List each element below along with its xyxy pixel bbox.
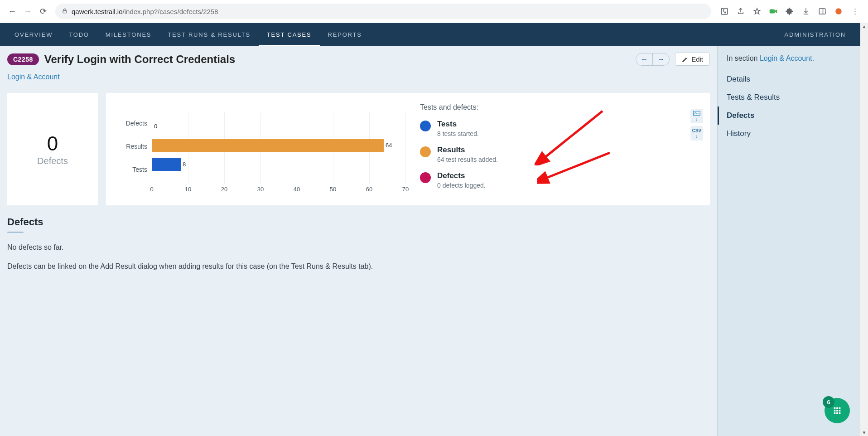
legend-item: Results64 test results added. — [420, 145, 690, 163]
reload-button[interactable]: ⟳ — [35, 4, 51, 19]
chart-bar — [152, 120, 152, 133]
legend-title-text: Results — [437, 145, 498, 155]
sidebar-item-details[interactable]: Details — [718, 70, 860, 88]
chart-xtick: 20 — [221, 186, 227, 193]
legend-title: Tests and defects: — [420, 103, 690, 111]
bar-chart: DefectsResultsTests 0102030405060700648 — [111, 102, 410, 199]
scroll-down-icon: ▼ — [862, 429, 867, 436]
url-host: qawerk.testrail.io — [72, 8, 123, 15]
page-header: C2258 Verify Login with Correct Credenti… — [0, 46, 717, 70]
case-id-badge: C2258 — [7, 53, 39, 65]
menu-icon[interactable]: ⋮ — [850, 6, 860, 16]
chart-bar-value: 0 — [154, 123, 157, 130]
tab-reports[interactable]: REPORTS — [320, 23, 370, 46]
svg-rect-13 — [836, 410, 838, 412]
back-button[interactable]: ← — [5, 4, 20, 19]
sidebar-header: In section Login & Account. — [718, 46, 860, 70]
svg-rect-1 — [721, 8, 728, 15]
svg-rect-10 — [836, 407, 838, 409]
grid-icon — [832, 406, 842, 416]
edit-label: Edit — [691, 55, 703, 63]
defect-count-card: 0 Defects — [7, 93, 98, 205]
chart-xtick: 50 — [330, 186, 336, 193]
extensions-icon[interactable] — [785, 6, 795, 16]
share-icon[interactable] — [736, 6, 746, 16]
extension-orange-icon[interactable] — [834, 6, 844, 16]
svg-rect-3 — [819, 9, 825, 14]
chart-xtick: 70 — [402, 186, 409, 193]
tab-milestones[interactable]: MILESTONES — [97, 23, 160, 46]
next-case-button[interactable]: → — [652, 53, 669, 65]
lock-icon — [62, 8, 68, 15]
defect-count-value: 0 — [47, 132, 58, 155]
pencil-icon — [682, 56, 688, 63]
defect-count-label: Defects — [37, 156, 68, 166]
chart-card: DefectsResultsTests 0102030405060700648 … — [106, 93, 710, 205]
svg-rect-16 — [836, 412, 838, 414]
address-bar[interactable]: qawerk.testrail.io /index.php?/cases/def… — [55, 4, 711, 19]
url-path: /index.php?/cases/defects/2258 — [123, 8, 218, 15]
heading-underline — [7, 232, 24, 233]
legend-subtext: 8 tests started. — [437, 130, 479, 137]
chart-xtick: 40 — [294, 186, 300, 193]
svg-point-5 — [835, 8, 842, 15]
sidebar-item-tests-results[interactable]: Tests & Results — [718, 88, 860, 107]
tab-administration[interactable]: ADMINISTRATION — [776, 23, 854, 46]
tab-todo[interactable]: TODO — [61, 23, 97, 46]
tab-overview[interactable]: OVERVIEW — [6, 23, 61, 46]
defects-help-msg: Defects can be linked on the Add Result … — [7, 261, 710, 272]
case-nav-arrows: ← → — [636, 53, 670, 66]
sidebar-item-history[interactable]: History — [718, 125, 860, 143]
star-icon[interactable] — [752, 6, 762, 16]
download-chart-image-button[interactable]: ↓ — [690, 109, 703, 123]
chart-category-label: Results — [111, 137, 152, 156]
breadcrumb: Login & Account — [0, 70, 717, 93]
browser-actions: ⋮ — [716, 6, 863, 16]
legend-swatch — [420, 172, 431, 183]
downloads-icon[interactable] — [801, 6, 811, 16]
app-top-nav: OVERVIEW TODO MILESTONES TEST RUNS & RES… — [0, 23, 860, 46]
legend-swatch — [420, 121, 431, 131]
edit-button[interactable]: Edit — [675, 53, 710, 66]
scroll-up-icon: ▲ — [862, 23, 867, 30]
chart-xtick: 30 — [257, 186, 264, 193]
chart-bar — [152, 158, 181, 171]
translate-icon[interactable] — [719, 6, 729, 16]
browser-toolbar: ← → ⟳ qawerk.testrail.io /index.php?/cas… — [0, 0, 868, 23]
legend-subtext: 0 defects logged. — [437, 182, 486, 189]
legend-subtext: 64 test results added. — [437, 156, 498, 163]
floating-action-button[interactable]: 6 — [825, 398, 850, 423]
svg-rect-14 — [839, 410, 841, 412]
tab-test-runs[interactable]: TEST RUNS & RESULTS — [159, 23, 259, 46]
sidebar-item-defects[interactable]: Defects — [718, 107, 860, 125]
legend-item: Tests8 tests started. — [420, 120, 690, 137]
svg-rect-11 — [839, 407, 841, 409]
extension-video-icon[interactable] — [768, 6, 778, 16]
legend-title-text: Tests — [437, 120, 479, 129]
in-section-label: In section — [727, 54, 760, 62]
svg-rect-9 — [834, 407, 836, 409]
defects-section: Defects No defects so far. Defects can b… — [0, 205, 717, 272]
vertical-scrollbar[interactable]: ▲ ▼ — [860, 23, 868, 436]
tab-test-cases[interactable]: TEST CASES — [259, 23, 320, 46]
download-chart-csv-button[interactable]: CSV ↓ — [690, 126, 703, 140]
svg-rect-0 — [63, 10, 67, 13]
sidebar-section-link[interactable]: Login & Account — [760, 54, 812, 62]
case-title: Verify Login with Correct Credentials — [44, 53, 235, 66]
forward-button[interactable]: → — [20, 4, 35, 19]
chart-bar-value: 8 — [183, 161, 186, 168]
defects-empty-msg: No defects so far. — [7, 242, 710, 253]
chart-xtick: 0 — [150, 186, 153, 193]
csv-label: CSV — [692, 128, 702, 133]
image-icon — [693, 111, 700, 116]
svg-rect-17 — [839, 412, 841, 414]
panel-icon[interactable] — [817, 6, 827, 16]
chart-bar-value: 64 — [386, 142, 392, 149]
chart-xtick: 60 — [366, 186, 372, 193]
breadcrumb-link[interactable]: Login & Account — [7, 73, 60, 81]
svg-rect-12 — [834, 410, 836, 412]
chart-xtick: 10 — [185, 186, 191, 193]
defects-heading: Defects — [7, 216, 710, 228]
legend-title-text: Defects — [437, 171, 486, 180]
prev-case-button[interactable]: ← — [636, 53, 652, 65]
